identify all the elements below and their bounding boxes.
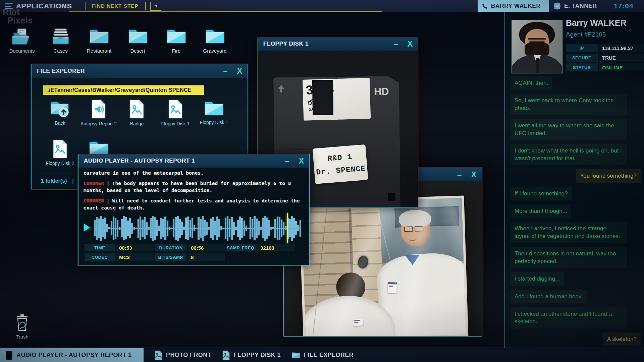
close-icon[interactable]: X	[408, 40, 413, 48]
waveform-playhead[interactable]	[287, 213, 288, 243]
user-identity[interactable]: E. TANNER	[553, 0, 597, 12]
explorer-item-label: Back	[55, 120, 65, 126]
explorer-item-floppy-disk-2[interactable]: Floppy Disk 2	[41, 139, 79, 166]
minimize-icon[interactable]: –	[223, 68, 227, 74]
desktop-icon-desert[interactable]: Desert	[118, 27, 157, 54]
chat-message: AGAIN, then.	[511, 76, 552, 90]
transcript-line: CORONER|The body appears to have been bu…	[84, 180, 306, 194]
find-next-step-button[interactable]: FIND NEXT STEP	[85, 0, 145, 11]
evidence-photo[interactable]	[299, 195, 468, 336]
close-icon[interactable]: X	[237, 67, 242, 75]
folder-back-icon	[50, 100, 70, 118]
taskbar-item-audio-player[interactable]: AUDIO PLAYER - AUTOPSY REPORT 1	[0, 348, 144, 362]
transcript-line: curvature in one of the metacarpal bones…	[84, 170, 306, 177]
user-name: E. TANNER	[564, 3, 597, 9]
window-title: AUDIO PLAYER - AUTOPSY REPORT 1	[84, 158, 195, 164]
folder-icon	[205, 27, 225, 46]
hd-logo: HD	[374, 85, 388, 98]
contact-sidebar: Barry WALKER Agent #F2105 IP 118.111.98.…	[504, 12, 644, 348]
desktop-icon-restaurant[interactable]: Restaurant	[80, 27, 118, 54]
contact-info-table: IP 118.111.98.27 SECURE TRUE STATUS ONLI…	[566, 44, 644, 71]
status-label: STATUS	[566, 63, 598, 71]
time-label: TIME	[85, 244, 115, 251]
chat-message: I went all the way to where she said the…	[511, 119, 627, 140]
ip-label: IP	[566, 44, 598, 52]
audio-file-icon	[91, 100, 106, 119]
minimize-icon[interactable]: –	[457, 171, 462, 178]
explorer-item-floppy-disk-1-file[interactable]: Floppy Disk 1	[157, 100, 194, 126]
help-button[interactable]: ?	[150, 2, 161, 11]
image-file-icon	[129, 100, 145, 119]
bits-label: BITS/SAMP.	[155, 253, 186, 261]
chat-message: Their dispositions is not natural, way t…	[511, 247, 627, 268]
desktop-icon-label: Graveyard	[203, 48, 226, 54]
secure-value: TRUE	[599, 54, 644, 62]
sample-freq-label: SAMP. FREQ.	[226, 244, 256, 251]
info-row-secure: SECURE TRUE	[566, 54, 644, 62]
audio-player-titlebar[interactable]: AUDIO PLAYER - AUTOPSY REPORT 1 – X	[78, 154, 309, 168]
image-file-icon	[52, 139, 68, 159]
file-explorer-titlebar[interactable]: FILE EXPLORER – X	[32, 64, 248, 78]
contact-agent-id: Agent #F2105	[566, 31, 606, 38]
applications-menu-button[interactable]: APPLICATIONS	[0, 0, 77, 12]
chat-message: I don't know what the hell is going on, …	[511, 144, 627, 165]
image-file-icon	[222, 350, 230, 360]
image-file-icon	[168, 100, 183, 119]
explorer-status-bar: 1 folder(s)|5	[41, 178, 82, 184]
sample-freq-value: 32100	[257, 244, 295, 251]
taskbar-item-file-explorer[interactable]: FILE EXPLORER	[291, 348, 354, 362]
trash-can-icon	[15, 314, 30, 332]
close-icon[interactable]: X	[299, 157, 304, 165]
chat-log: AGAIN, then. So, I went back to where Co…	[511, 76, 641, 346]
topbar-divider	[145, 2, 146, 10]
write-protect-notch	[388, 193, 395, 201]
speaker-tag: CORONER	[84, 198, 104, 203]
call-contact-name: BARRY WALKER	[491, 3, 541, 9]
explorer-item-autopsy-report-2[interactable]: Autopsy Report 2	[80, 100, 117, 126]
info-row-status: STATUS ONLINE	[566, 63, 644, 71]
close-icon[interactable]: X	[471, 171, 476, 178]
path-breadcrumb[interactable]: ./ETanner/Cases/BWalker/Graveyard/Quinto…	[43, 85, 204, 95]
folder-icon	[89, 27, 109, 46]
desktop-icon-fire[interactable]: Fire	[157, 27, 196, 54]
waveform-bars	[94, 215, 301, 241]
disk-shutter-opening	[312, 80, 333, 115]
active-call-chip[interactable]: BARRY WALKER	[478, 0, 549, 12]
desktop-icon-label: Desert	[130, 48, 145, 54]
explorer-item-floppy-disk-1-folder[interactable]: Floppy Disk 1	[195, 100, 233, 125]
waveform-display[interactable]	[94, 215, 301, 241]
cases-tray-icon	[51, 27, 70, 46]
chat-message: When I arrived, I noticed the strange la…	[511, 222, 627, 243]
codec-label: CODEC	[85, 253, 115, 261]
photo-glasses	[404, 226, 413, 232]
disk-handwritten-label: R&D 1 Dr. SPENCE	[313, 144, 368, 184]
desktop-icon-cases[interactable]: Cases	[41, 27, 80, 54]
taskbar-item-photo-front[interactable]: PHOTO FRONT	[154, 348, 211, 362]
explorer-item-back[interactable]: Back	[41, 100, 79, 126]
explorer-item-badge[interactable]: Badge	[118, 100, 156, 126]
trash-icon[interactable]: Trash	[9, 314, 36, 340]
applications-label: APPLICATIONS	[16, 2, 72, 10]
chat-message-player: You found something?	[576, 169, 641, 183]
explorer-item-label: Badge	[130, 121, 144, 126]
audio-window-icon	[5, 351, 13, 360]
play-button[interactable]	[84, 224, 90, 231]
desktop-icon-graveyard[interactable]: Graveyard	[196, 27, 234, 54]
folder-icon	[204, 100, 224, 118]
window-title: FILE EXPLORER	[37, 68, 85, 74]
image-file-icon	[154, 350, 162, 360]
window-title: FLOPPY DISK 1	[263, 41, 309, 47]
explorer-item-label: Floppy Disk 1	[161, 121, 190, 126]
taskbar-item-floppy-disk[interactable]: FLOPPY DISK 1	[222, 348, 281, 362]
minimize-icon[interactable]: –	[393, 41, 398, 47]
chat-message: I checked an other stone and I found a s…	[511, 307, 627, 328]
chat-message-player: A skeleton?	[603, 333, 641, 346]
contact-name: Barry WALKER	[566, 18, 627, 28]
time-value: 00:53	[116, 244, 154, 251]
floppy-window-titlebar[interactable]: FLOPPY DISK 1 – X	[258, 37, 418, 51]
topbar-underline	[69, 11, 382, 12]
minimize-icon[interactable]: –	[285, 158, 289, 164]
desktop-icon-label: Cases	[53, 48, 68, 54]
desktop-icon-documents[interactable]: Documents	[3, 27, 41, 54]
explorer-item-label: Floppy Disk 1	[200, 120, 228, 125]
